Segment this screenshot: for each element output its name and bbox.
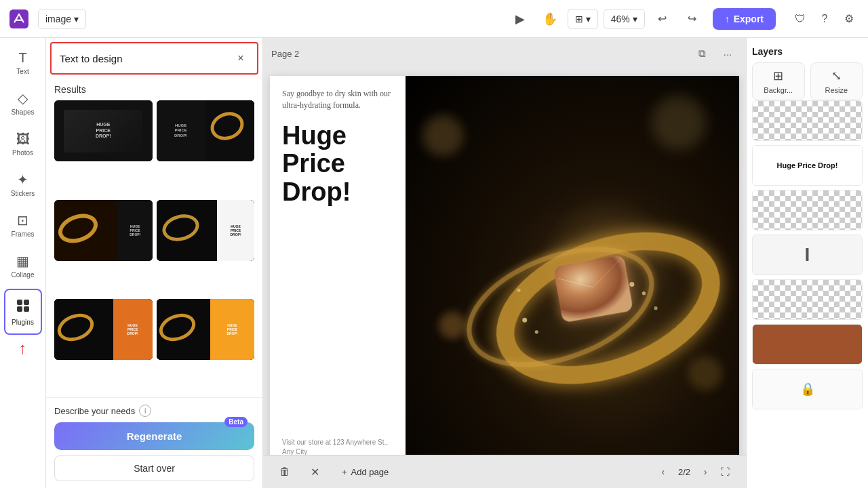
- zoom-selector[interactable]: 46% ▾: [604, 9, 645, 29]
- svg-rect-4: [24, 306, 29, 312]
- hand-tool-button[interactable]: ✋: [538, 7, 562, 31]
- logo[interactable]: [8, 8, 30, 30]
- beta-badge: Beta: [224, 417, 248, 427]
- svg-point-15: [654, 306, 657, 310]
- stickers-icon: ✦: [17, 171, 28, 188]
- undo-button[interactable]: ↩: [650, 7, 675, 31]
- page-text-top: Say goodbye to dry skin with our ultra-h…: [282, 88, 393, 111]
- result-card-1[interactable]: HUGEPRICEDROP!: [54, 100, 153, 161]
- svg-rect-2: [24, 300, 29, 305]
- red-arrow-indicator: ↑: [19, 339, 27, 358]
- select-tool-button[interactable]: ▶: [508, 7, 532, 31]
- fullscreen-button[interactable]: ⛶: [715, 462, 735, 482]
- resize-action-button[interactable]: ⤡ Resize: [810, 62, 863, 100]
- jewelry-image: [406, 76, 739, 455]
- panel-header: Text to design ×: [50, 42, 258, 75]
- sidebar-item-shapes[interactable]: ◇ Shapes: [4, 84, 42, 122]
- layer-thumb-text: Huge Price Drop!: [753, 146, 862, 185]
- export-label: Export: [734, 14, 764, 24]
- layers-title: Layers: [752, 43, 863, 62]
- delete-button[interactable]: ✕: [304, 461, 326, 483]
- layer-item-2[interactable]: Huge Price Drop!: [752, 145, 863, 186]
- layer-item-5[interactable]: [752, 279, 863, 320]
- layer-I-text: I: [805, 244, 810, 266]
- next-page-button[interactable]: ›: [696, 462, 715, 481]
- result-card-2[interactable]: HUGEPRICEDROP!: [157, 100, 255, 161]
- describe-row: Describe your needs i: [54, 405, 254, 417]
- canvas-bottom-bar: 🗑 ✕ + Add page ‹ 2/2 › ⛶: [263, 455, 746, 488]
- settings-button[interactable]: ⚙: [838, 8, 860, 30]
- regenerate-button[interactable]: Beta Regenerate: [54, 422, 254, 450]
- results-grid: HUGEPRICEDROP! HUGEPRICEDROP!: [46, 98, 262, 397]
- layer-item-1[interactable]: [752, 100, 863, 141]
- layer-text-content: Huge Price Drop!: [777, 161, 838, 169]
- chevron-down-icon: ▾: [586, 14, 591, 24]
- sidebar-left: T Text ◇ Shapes 🖼 Photos ✦ Stickers ⊡ Fr…: [0, 38, 46, 488]
- layers-list: Huge Price Drop! I: [752, 100, 863, 483]
- sidebar-item-frames[interactable]: ⊡ Frames: [4, 206, 42, 244]
- layout-selector[interactable]: ⊞ ▾: [568, 9, 598, 29]
- image-label: image: [45, 14, 71, 24]
- layer-thumb-white: I: [753, 235, 862, 274]
- lock-icon: 🔒: [800, 382, 815, 396]
- sidebar-item-label: Collage: [12, 271, 35, 279]
- sidebar-item-label: Frames: [12, 230, 35, 238]
- layer-item-4[interactable]: I: [752, 235, 863, 275]
- sidebar-item-plugins[interactable]: Plugins: [4, 289, 42, 335]
- canvas-body: Say goodbye to dry skin with our ultra-h…: [263, 69, 746, 455]
- page-left: Say goodbye to dry skin with our ultra-h…: [270, 76, 406, 455]
- page-right-image: [406, 76, 739, 455]
- collage-icon: ▦: [16, 253, 29, 269]
- background-action-button[interactable]: ⊞ Backgr...: [752, 62, 805, 100]
- help-button[interactable]: ?: [814, 8, 835, 30]
- page-footer: Visit our store at 123 Anywhere St., Any…: [282, 438, 393, 455]
- info-icon[interactable]: i: [139, 405, 151, 417]
- result-card-3[interactable]: HUGEPRICEDROP!: [54, 200, 153, 261]
- sidebar-item-label: Photos: [12, 149, 33, 157]
- add-page-button[interactable]: + Add page: [334, 461, 397, 483]
- more-options-button[interactable]: ···: [717, 43, 738, 64]
- svg-rect-1: [17, 300, 22, 305]
- photos-icon: 🖼: [16, 131, 30, 147]
- canvas-area: Page 2 ⧉ ··· Say goodbye to dry skin wit…: [263, 38, 746, 488]
- layer-item-7[interactable]: 🔒: [752, 369, 863, 409]
- page-headline: Huge Price Drop!: [282, 122, 393, 207]
- result-card-4[interactable]: HUGEPRICEDROP!: [157, 200, 255, 261]
- prev-page-button[interactable]: ‹: [654, 462, 673, 481]
- image-selector[interactable]: image ▾: [38, 9, 86, 29]
- resize-label: Resize: [825, 86, 848, 94]
- layer-item-6[interactable]: [752, 324, 863, 365]
- svg-point-14: [517, 289, 520, 292]
- sidebar-item-stickers[interactable]: ✦ Stickers: [4, 165, 42, 203]
- result-card-5[interactable]: HUGEPRICEDROP!: [54, 299, 153, 360]
- background-label: Backgr...: [764, 86, 793, 94]
- trash-page-button[interactable]: 🗑: [274, 461, 296, 483]
- sidebar-item-collage[interactable]: ▦ Collage: [4, 247, 42, 285]
- layout-icon: ⊞: [575, 14, 583, 24]
- brand-kit-button[interactable]: 🛡: [789, 8, 811, 30]
- zoom-value: 46%: [611, 14, 630, 24]
- svg-point-11: [535, 330, 538, 333]
- copy-page-button[interactable]: ⧉: [692, 43, 712, 64]
- layer-item-3[interactable]: [752, 190, 863, 230]
- svg-point-10: [522, 318, 527, 323]
- export-button[interactable]: ↑ Export: [713, 8, 776, 30]
- text-icon: T: [18, 50, 26, 66]
- background-icon: ⊞: [773, 68, 783, 83]
- sidebar-item-label: Stickers: [11, 190, 35, 197]
- result-card-6[interactable]: HUGEPRICEDROP!: [157, 299, 255, 360]
- redo-button[interactable]: ↪: [680, 7, 705, 31]
- sidebar-item-label: Shapes: [12, 108, 35, 116]
- ring-background: [406, 76, 739, 455]
- start-over-button[interactable]: Start over: [54, 455, 254, 481]
- panel-close-button[interactable]: ×: [233, 50, 249, 66]
- svg-rect-3: [17, 306, 22, 312]
- sidebar-item-text[interactable]: T Text: [4, 43, 42, 81]
- plugins-icon: [16, 298, 31, 317]
- sidebar-item-photos[interactable]: 🖼 Photos: [4, 125, 42, 163]
- panel-bottom: Describe your needs i Beta Regenerate St…: [46, 397, 262, 488]
- upload-icon: ↑: [725, 14, 730, 24]
- page-counter: 2/2: [678, 467, 690, 477]
- layer-thumb-checker-3: [753, 280, 862, 319]
- canvas-bottom-left: 🗑 ✕ + Add page: [274, 461, 397, 483]
